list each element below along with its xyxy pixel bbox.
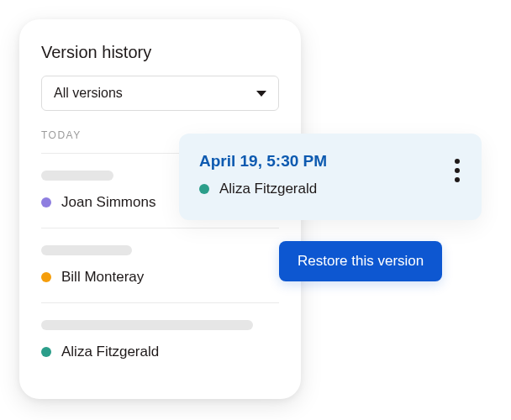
author-color-dot xyxy=(41,272,51,282)
version-detail-popover: April 19, 5:30 PM Aliza Fitzgerald xyxy=(179,134,482,220)
filter-select[interactable]: All versions xyxy=(41,76,279,111)
author-name: Bill Monteray xyxy=(61,269,144,286)
filter-selected-label: All versions xyxy=(54,86,123,101)
restore-button[interactable]: Restore this version xyxy=(279,241,442,281)
popover-author-row: Aliza Fitzgerald xyxy=(199,181,327,197)
popover-author-name: Aliza Fitzgerald xyxy=(219,181,317,197)
author-name: Joan Simmons xyxy=(61,194,155,211)
more-options-icon[interactable] xyxy=(450,152,465,189)
author-color-dot xyxy=(41,347,51,357)
author-name: Aliza Fitzgerald xyxy=(61,344,159,360)
author-row: Bill Monteray xyxy=(41,269,279,286)
author-color-dot xyxy=(199,184,209,194)
timestamp-skeleton xyxy=(41,171,113,181)
version-item[interactable]: Aliza Fitzgerald xyxy=(41,302,279,377)
author-row: Aliza Fitzgerald xyxy=(41,344,279,360)
author-color-dot xyxy=(41,197,51,207)
panel-title: Version history xyxy=(41,43,279,62)
version-item[interactable]: Bill Monteray xyxy=(41,228,279,302)
popover-timestamp: April 19, 5:30 PM xyxy=(199,152,327,171)
timestamp-skeleton xyxy=(41,320,253,330)
chevron-down-icon xyxy=(256,91,266,97)
timestamp-skeleton xyxy=(41,245,132,255)
